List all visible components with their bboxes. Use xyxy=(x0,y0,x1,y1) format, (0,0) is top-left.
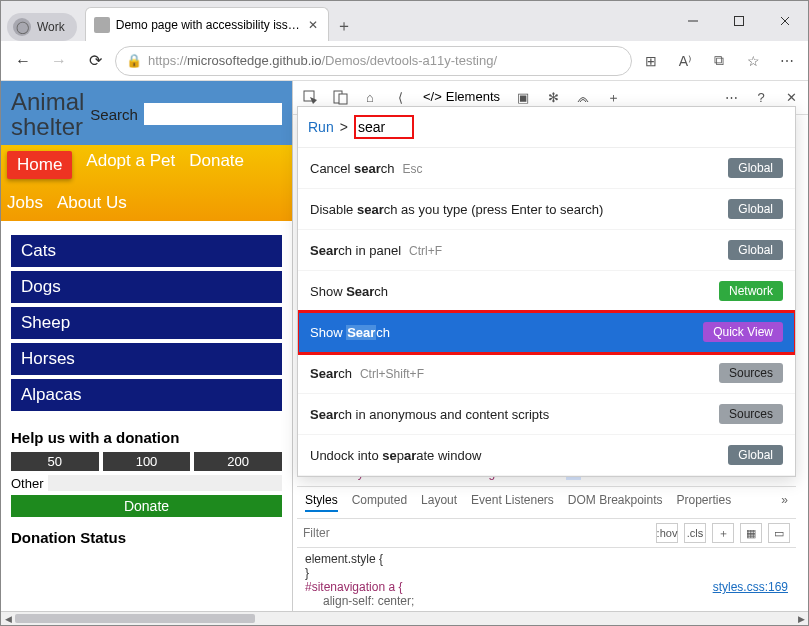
search-label: Search xyxy=(90,106,138,123)
styles-filter-row: :hov .cls ＋ ▦ ▭ xyxy=(297,519,796,548)
stylesheet-link[interactable]: styles.css:169 xyxy=(713,580,788,594)
command-item[interactable]: Cancel searchEscGlobal xyxy=(298,148,795,189)
back-button[interactable]: ← xyxy=(7,45,39,77)
prompt-icon: > xyxy=(340,119,348,135)
profile-pill[interactable]: ◯ Work xyxy=(7,13,77,41)
svg-rect-6 xyxy=(339,94,347,104)
amount-100[interactable]: 100 xyxy=(103,452,191,471)
donation-amounts: 50 100 200 xyxy=(1,452,292,471)
nav-about[interactable]: About Us xyxy=(57,193,127,213)
collections-icon[interactable]: ⧉ xyxy=(704,46,734,76)
donation-heading: Help us with a donation xyxy=(1,417,292,452)
tab-title: Demo page with accessibility iss… xyxy=(116,18,300,32)
command-badge: Network xyxy=(719,281,783,301)
command-badge: Quick View xyxy=(703,322,783,342)
styles-tab-listeners[interactable]: Event Listeners xyxy=(471,493,554,512)
command-item[interactable]: Undock into separate windowGlobal xyxy=(298,435,795,476)
profile-avatar-icon: ◯ xyxy=(13,18,31,36)
command-badge: Sources xyxy=(719,363,783,383)
styles-tabstrip: Styles Computed Layout Event Listeners D… xyxy=(297,487,796,519)
donate-button[interactable]: Donate xyxy=(11,495,282,517)
new-rule-icon[interactable]: ＋ xyxy=(712,523,734,543)
svg-rect-1 xyxy=(735,17,744,26)
profile-label: Work xyxy=(37,20,65,34)
site-lock-icon[interactable]: 🔒 xyxy=(126,53,142,68)
refresh-button[interactable]: ⟳ xyxy=(79,45,111,77)
styles-tab-dombp[interactable]: DOM Breakpoints xyxy=(568,493,663,512)
run-label: Run xyxy=(308,119,334,135)
nav-adopt[interactable]: Adopt a Pet xyxy=(86,151,175,179)
scroll-left-icon[interactable]: ◀ xyxy=(1,612,15,625)
window-close-button[interactable] xyxy=(762,1,808,41)
url-text: https://microsoftedge.github.io/Demos/de… xyxy=(148,53,621,68)
url-field[interactable]: 🔒 https://microsoftedge.github.io/Demos/… xyxy=(115,46,632,76)
command-item[interactable]: Disable search as you type (press Enter … xyxy=(298,189,795,230)
css-pane[interactable]: element.style { } #sitenavigation a {sty… xyxy=(297,548,796,612)
command-item[interactable]: SearchCtrl+Shift+FSources xyxy=(298,353,795,394)
category-sheep[interactable]: Sheep xyxy=(11,307,282,339)
devtools-lower-pane: </html> htmlbodysectionnav#sitenavigatio… xyxy=(297,459,796,611)
styles-filter-input[interactable] xyxy=(303,526,453,540)
command-badge: Global xyxy=(728,445,783,465)
scroll-right-icon[interactable]: ▶ xyxy=(794,612,808,625)
styles-tab-styles[interactable]: Styles xyxy=(305,493,338,512)
favorite-icon[interactable]: ☆ xyxy=(738,46,768,76)
cls-toggle[interactable]: .cls xyxy=(684,523,706,543)
styles-tab-overflow-icon[interactable]: » xyxy=(781,493,788,512)
styles-tab-props[interactable]: Properties xyxy=(677,493,732,512)
browser-tab[interactable]: Demo page with accessibility iss… ✕ xyxy=(85,7,329,41)
app-install-icon[interactable]: ⊞ xyxy=(636,46,666,76)
other-amount-input[interactable] xyxy=(48,475,282,491)
command-item[interactable]: Search in panelCtrl+FGlobal xyxy=(298,230,795,271)
horizontal-scrollbar[interactable]: ◀ ▶ xyxy=(1,611,808,625)
address-bar: ← → ⟳ 🔒 https://microsoftedge.github.io/… xyxy=(1,41,808,81)
donation-status-heading: Donation Status xyxy=(1,517,292,552)
styles-tab-layout[interactable]: Layout xyxy=(421,493,457,512)
page-banner: Animalshelter Search xyxy=(1,81,292,145)
nav-jobs[interactable]: Jobs xyxy=(7,193,43,213)
amount-50[interactable]: 50 xyxy=(11,452,99,471)
command-item[interactable]: Show SearchQuick View xyxy=(298,312,795,353)
forward-button: → xyxy=(43,45,75,77)
nav-home[interactable]: Home xyxy=(7,151,72,179)
command-item[interactable]: Show SearchNetwork xyxy=(298,271,795,312)
other-label: Other xyxy=(11,476,44,491)
command-menu: Run > Cancel searchEscGlobalDisable sear… xyxy=(297,106,796,477)
site-nav: Home Adopt a Pet Donate Jobs About Us xyxy=(1,145,292,221)
command-badge: Global xyxy=(728,158,783,178)
read-aloud-icon[interactable]: A⁾ xyxy=(670,46,700,76)
more-icon[interactable]: ⋯ xyxy=(772,46,802,76)
page-content: Animalshelter Search Home Adopt a Pet Do… xyxy=(1,81,293,613)
computed-toggle-icon[interactable]: ▭ xyxy=(768,523,790,543)
flex-overlay-icon[interactable]: ▦ xyxy=(740,523,762,543)
category-dogs[interactable]: Dogs xyxy=(11,271,282,303)
scroll-thumb[interactable] xyxy=(15,614,255,623)
hov-toggle[interactable]: :hov xyxy=(656,523,678,543)
category-list: Cats Dogs Sheep Horses Alpacas xyxy=(1,221,292,417)
tab-close-icon[interactable]: ✕ xyxy=(306,18,320,32)
category-cats[interactable]: Cats xyxy=(11,235,282,267)
styles-tab-computed[interactable]: Computed xyxy=(352,493,407,512)
search-input[interactable] xyxy=(144,103,282,125)
command-badge: Sources xyxy=(719,404,783,424)
category-horses[interactable]: Horses xyxy=(11,343,282,375)
command-badge: Global xyxy=(728,199,783,219)
window-titlebar: ◯ Work Demo page with accessibility iss…… xyxy=(1,1,808,41)
command-list: Cancel searchEscGlobalDisable search as … xyxy=(298,148,795,476)
tab-favicon-icon xyxy=(94,17,110,33)
command-badge: Global xyxy=(728,240,783,260)
category-alpacas[interactable]: Alpacas xyxy=(11,379,282,411)
amount-200[interactable]: 200 xyxy=(194,452,282,471)
window-maximize-button[interactable] xyxy=(716,1,762,41)
command-item[interactable]: Search in anonymous and content scriptsS… xyxy=(298,394,795,435)
brand-title: Animalshelter xyxy=(11,89,84,139)
command-input-highlight xyxy=(354,115,414,139)
command-input[interactable] xyxy=(358,119,410,135)
window-minimize-button[interactable] xyxy=(670,1,716,41)
new-tab-button[interactable]: ＋ xyxy=(329,11,359,41)
nav-donate[interactable]: Donate xyxy=(189,151,244,179)
